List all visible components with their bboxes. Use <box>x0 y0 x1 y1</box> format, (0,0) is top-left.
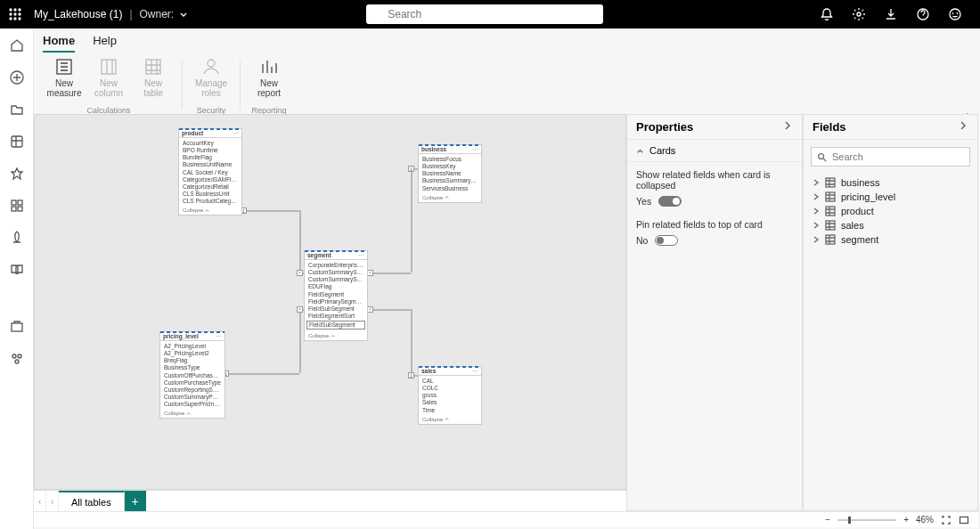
svg-point-29 <box>819 153 824 159</box>
new-measure-button[interactable]: New measure <box>45 56 84 106</box>
card-menu-icon[interactable]: ⋯ <box>472 146 479 153</box>
card-menu-icon[interactable]: ⋯ <box>358 252 365 259</box>
download-icon[interactable] <box>884 7 898 21</box>
svg-rect-35 <box>960 517 968 523</box>
workspace-title: My_Lakehouse (1) <box>34 8 122 20</box>
svg-point-28 <box>208 60 215 67</box>
chevron-down-icon <box>179 10 188 19</box>
fullscreen-icon[interactable] <box>959 515 969 525</box>
svg-point-3 <box>10 13 12 15</box>
fit-to-screen-icon[interactable] <box>941 515 951 525</box>
model-canvas[interactable]: 1 * * 1 * 1 1 * product⋯ AccountKeyBPO R… <box>34 114 626 490</box>
fields-panel: Fields Search business pricing_level pro… <box>803 114 978 511</box>
ribbon-tabs: Home Help <box>34 28 978 53</box>
fields-item-business[interactable]: business <box>809 175 972 190</box>
deploy-icon[interactable] <box>9 230 25 246</box>
fields-item-product[interactable]: product <box>809 204 972 218</box>
owner-dropdown[interactable]: Owner: <box>140 8 189 20</box>
add-view-tab-button[interactable]: + <box>125 491 146 511</box>
collapse-toggle[interactable]: Collapse <box>419 416 481 424</box>
svg-rect-20 <box>18 207 22 211</box>
pin-related-toggle[interactable] <box>655 235 678 246</box>
svg-point-12 <box>950 9 960 20</box>
tab-nav-next[interactable]: › <box>46 491 59 511</box>
search-placeholder: Search <box>388 8 421 20</box>
create-icon[interactable] <box>9 69 25 85</box>
table-card-product[interactable]: product⋯ AccountKeyBPO RuntimeBundleFlag… <box>178 128 242 216</box>
new-report-label: New report <box>257 79 281 98</box>
collapse-toggle[interactable]: Collapse <box>179 207 241 215</box>
svg-rect-16 <box>12 136 22 147</box>
zoom-slider[interactable] <box>837 519 896 521</box>
home-icon[interactable] <box>9 37 25 53</box>
cards-accordion[interactable]: Cards <box>627 140 802 162</box>
properties-title: Properties <box>636 120 693 134</box>
learn-icon[interactable] <box>9 262 25 278</box>
fields-search-input[interactable]: Search <box>811 147 970 167</box>
status-bar: − + 46% <box>34 511 978 527</box>
zoom-in-button[interactable]: + <box>903 515 909 525</box>
ribbon-group-security: Manage roles Security <box>186 56 236 118</box>
fields-item-sales[interactable]: sales <box>809 218 972 232</box>
left-nav-rail <box>0 28 34 529</box>
svg-rect-18 <box>18 200 22 205</box>
card-menu-icon[interactable]: ⋯ <box>472 368 479 375</box>
metrics-icon[interactable] <box>9 166 25 182</box>
tab-help[interactable]: Help <box>93 34 117 53</box>
svg-point-13 <box>952 13 953 14</box>
tab-home[interactable]: Home <box>43 34 75 53</box>
notifications-icon[interactable] <box>820 7 834 21</box>
show-related-toggle[interactable] <box>658 196 682 207</box>
collapse-toggle[interactable]: Collapse <box>419 194 481 202</box>
cards-label: Cards <box>649 145 675 156</box>
view-tabs-bar: ‹ › All tables + <box>34 490 626 511</box>
data-hub-icon[interactable] <box>9 134 25 150</box>
table-name: business <box>421 146 446 152</box>
workspace-icon[interactable] <box>9 319 25 335</box>
app-launcher-icon[interactable] <box>9 8 21 20</box>
search-icon <box>372 9 382 20</box>
help-icon[interactable] <box>916 7 930 21</box>
fields-search-placeholder: Search <box>832 151 863 162</box>
pin-related-label: Pin related fields to top of card <box>636 219 793 230</box>
title-separator: | <box>129 8 132 20</box>
browse-icon[interactable] <box>9 102 25 118</box>
global-search[interactable]: Search <box>366 4 603 24</box>
table-card-sales[interactable]: sales⋯ CALCOLCgrossSalesTime Collapse <box>418 366 482 425</box>
new-table-label: New table <box>143 79 163 98</box>
svg-rect-27 <box>146 60 160 74</box>
tab-all-tables[interactable]: All tables <box>59 491 125 511</box>
table-rows: CorporateEnterpriseFlagCustomSummarySect… <box>305 260 367 332</box>
svg-rect-31 <box>826 192 835 201</box>
svg-point-0 <box>10 9 12 11</box>
fields-item-pricing-level[interactable]: pricing_level <box>809 190 972 204</box>
ribbon-group-reporting: New report Reporting <box>244 56 294 118</box>
svg-point-9 <box>373 11 379 16</box>
svg-rect-26 <box>102 60 116 74</box>
tab-nav-prev[interactable]: ‹ <box>34 491 46 511</box>
table-rows: CALCOLCgrossSalesTime <box>419 376 481 416</box>
collapse-panel-icon[interactable] <box>958 120 968 134</box>
new-report-button[interactable]: New report <box>249 56 289 106</box>
svg-point-2 <box>19 9 20 11</box>
feedback-icon[interactable] <box>948 7 962 21</box>
table-card-segment[interactable]: segment⋯ CorporateEnterpriseFlagCustomSu… <box>304 250 368 341</box>
table-card-business[interactable]: business⋯ BusinessFocusBusinessKeyBusine… <box>418 144 482 203</box>
card-menu-icon[interactable]: ⋯ <box>233 130 240 137</box>
collapse-toggle[interactable]: Collapse <box>305 332 367 340</box>
manage-roles-button: Manage roles <box>192 56 231 106</box>
fields-item-segment[interactable]: segment <box>809 232 972 247</box>
svg-point-4 <box>14 13 16 15</box>
zoom-out-button[interactable]: − <box>825 515 830 525</box>
collapse-panel-icon[interactable] <box>782 120 793 134</box>
table-card-pricing-level[interactable]: pricing_level⋯ A2_PricingLevelA2_Pricing… <box>159 331 225 419</box>
collapse-toggle[interactable]: Collapse <box>160 410 225 418</box>
ribbon: Home Help New measure New column New tab… <box>34 28 978 120</box>
apps-icon[interactable] <box>9 198 25 214</box>
settings-icon[interactable] <box>852 7 866 21</box>
svg-point-14 <box>957 13 958 14</box>
search-icon <box>817 152 827 162</box>
chevron-up-icon <box>636 147 644 155</box>
workspaces-icon[interactable] <box>9 351 25 367</box>
card-menu-icon[interactable]: ⋯ <box>216 333 223 340</box>
